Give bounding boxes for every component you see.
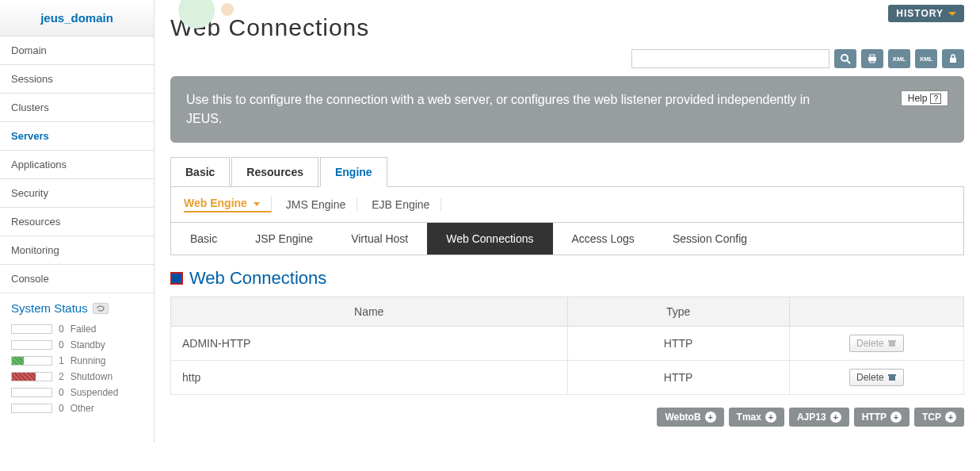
add-tmax-button[interactable]: Tmax + bbox=[729, 408, 784, 427]
system-status-panel: System Status 0 Failed 0 Standby 1 Runni… bbox=[0, 293, 154, 424]
plus-icon: + bbox=[945, 412, 956, 423]
xml-import-icon[interactable]: XML bbox=[915, 49, 937, 68]
status-row-running: 1 Running bbox=[11, 353, 143, 369]
nav-item-monitoring[interactable]: Monitoring bbox=[0, 236, 154, 265]
engine-tab-ejb[interactable]: EJB Engine bbox=[372, 198, 441, 211]
connections-table: Name Type ADMIN-HTTP HTTP Delete bbox=[170, 297, 964, 395]
sub-tabs: Basic JSP Engine Virtual Host Web Connec… bbox=[170, 223, 964, 255]
col-header-name: Name bbox=[171, 297, 568, 327]
plus-icon: + bbox=[830, 412, 841, 423]
engine-tabs: Web Engine JMS Engine EJB Engine bbox=[170, 187, 964, 223]
engine-tab-jms[interactable]: JMS Engine bbox=[286, 198, 357, 211]
add-webtob-button[interactable]: WebtoB + bbox=[657, 408, 723, 427]
nav-item-security[interactable]: Security bbox=[0, 179, 154, 208]
toolbar: XML XML bbox=[170, 49, 964, 68]
svg-rect-9 bbox=[888, 374, 896, 376]
print-icon[interactable] bbox=[861, 49, 883, 68]
plus-icon: + bbox=[765, 412, 776, 423]
delete-button[interactable]: Delete bbox=[849, 369, 904, 386]
status-row-other: 0 Other bbox=[11, 400, 143, 416]
add-ajp13-button[interactable]: AJP13 + bbox=[789, 408, 849, 427]
svg-point-0 bbox=[841, 55, 848, 61]
nav-item-console[interactable]: Console bbox=[0, 265, 154, 293]
subtab-access-logs[interactable]: Access Logs bbox=[553, 223, 654, 255]
svg-rect-5 bbox=[950, 58, 956, 63]
nav-item-sessions[interactable]: Sessions bbox=[0, 65, 154, 94]
help-button[interactable]: Help ? bbox=[901, 90, 948, 106]
svg-rect-6 bbox=[889, 342, 895, 347]
delete-button: Delete bbox=[849, 335, 904, 352]
section-icon bbox=[170, 272, 183, 285]
svg-rect-8 bbox=[889, 376, 895, 381]
chevron-down-icon bbox=[948, 12, 956, 16]
section-title: Web Connections bbox=[170, 268, 964, 289]
subtab-basic[interactable]: Basic bbox=[171, 223, 236, 255]
subtab-web-connections[interactable]: Web Connections bbox=[427, 223, 552, 255]
system-status-refresh-icon[interactable] bbox=[93, 303, 109, 314]
main-content: HISTORY Web Connections XML XML Use this… bbox=[154, 0, 980, 442]
cell-type: HTTP bbox=[567, 327, 789, 361]
nav-item-applications[interactable]: Applications bbox=[0, 151, 154, 179]
subtab-jsp-engine[interactable]: JSP Engine bbox=[236, 223, 332, 255]
col-header-type: Type bbox=[567, 297, 789, 327]
status-row-suspended: 0 Suspended bbox=[11, 385, 143, 400]
dropdown-arrow-icon bbox=[254, 202, 260, 206]
add-tcp-button[interactable]: TCP + bbox=[914, 408, 964, 427]
info-text: Use this to configure the connection wit… bbox=[186, 90, 820, 128]
status-row-shutdown: 2 Shutdown bbox=[11, 369, 143, 385]
tab-engine[interactable]: Engine bbox=[320, 157, 387, 187]
table-row: http HTTP Delete bbox=[171, 361, 964, 395]
primary-tabs: Basic Resources Engine bbox=[170, 157, 964, 187]
page-title: Web Connections bbox=[170, 14, 964, 41]
decorative-circles bbox=[178, 0, 234, 29]
help-icon: ? bbox=[930, 94, 941, 104]
col-header-actions bbox=[789, 297, 963, 327]
svg-rect-7 bbox=[888, 340, 896, 342]
tab-resources[interactable]: Resources bbox=[231, 157, 318, 186]
table-row: ADMIN-HTTP HTTP Delete bbox=[171, 327, 964, 361]
subtab-session-config[interactable]: Session Config bbox=[654, 223, 766, 255]
history-button[interactable]: HISTORY bbox=[888, 5, 964, 22]
nav-item-resources[interactable]: Resources bbox=[0, 208, 154, 236]
plus-icon: + bbox=[705, 412, 716, 423]
search-input[interactable] bbox=[631, 49, 829, 68]
svg-line-1 bbox=[847, 60, 850, 63]
engine-tab-web[interactable]: Web Engine bbox=[184, 197, 272, 213]
cell-type: HTTP bbox=[567, 361, 789, 395]
status-row-standby: 0 Standby bbox=[11, 337, 143, 353]
search-button[interactable] bbox=[834, 49, 856, 68]
svg-rect-4 bbox=[870, 60, 875, 63]
svg-rect-3 bbox=[870, 55, 875, 57]
delete-icon bbox=[887, 339, 897, 347]
subtab-virtual-host[interactable]: Virtual Host bbox=[332, 223, 427, 255]
nav-item-servers[interactable]: Servers bbox=[0, 122, 154, 151]
nav-item-domain[interactable]: Domain bbox=[0, 36, 154, 65]
domain-name[interactable]: jeus_domain bbox=[0, 0, 154, 36]
delete-icon bbox=[887, 373, 897, 381]
sidebar: jeus_domain Domain Sessions Clusters Ser… bbox=[0, 0, 154, 442]
action-buttons: WebtoB + Tmax + AJP13 + HTTP + TCP + bbox=[170, 408, 964, 427]
xml-export-icon[interactable]: XML bbox=[888, 49, 910, 68]
lock-icon[interactable] bbox=[942, 49, 964, 68]
tab-basic[interactable]: Basic bbox=[170, 157, 230, 186]
status-row-failed: 0 Failed bbox=[11, 321, 143, 337]
cell-name[interactable]: http bbox=[171, 361, 568, 395]
add-http-button[interactable]: HTTP + bbox=[854, 408, 909, 427]
plus-icon: + bbox=[890, 412, 902, 423]
nav-item-clusters[interactable]: Clusters bbox=[0, 94, 154, 122]
info-banner: Use this to configure the connection wit… bbox=[170, 76, 964, 143]
cell-name[interactable]: ADMIN-HTTP bbox=[171, 327, 568, 361]
system-status-title: System Status bbox=[11, 301, 88, 315]
